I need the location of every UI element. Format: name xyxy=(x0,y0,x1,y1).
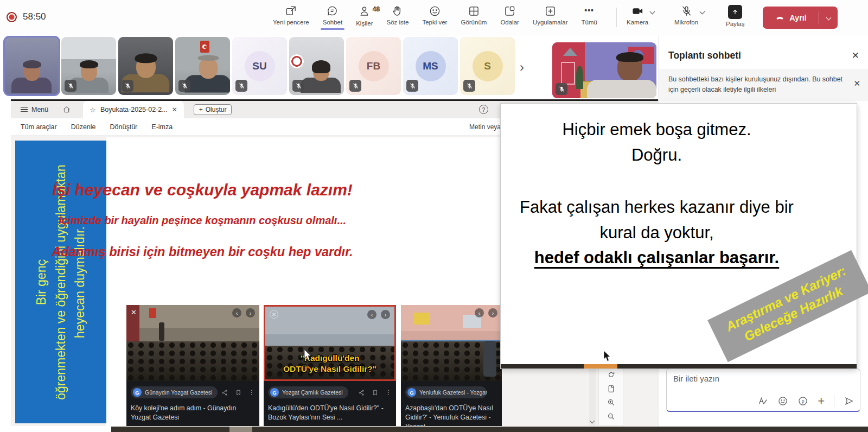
mic-button[interactable]: Mikrofon xyxy=(674,5,698,26)
share-label: Paylaş xyxy=(726,21,745,27)
participant-tile-s[interactable]: S xyxy=(460,37,515,95)
camera-dropdown-icon[interactable] xyxy=(650,9,655,15)
document-tab[interactable]: ☆ Boyukata-2025-02-2... ✕ xyxy=(83,101,183,118)
news-card-2: "Kadıgüllü'den ODTÜ'ye Nasıl Gidilir?" ✕… xyxy=(264,305,396,426)
rotate-refresh-icon[interactable] xyxy=(607,370,616,379)
share-icon[interactable] xyxy=(221,389,228,396)
news-caption[interactable]: Köy koleji'ne adım adım - Günaydın Yozga… xyxy=(131,404,256,422)
create-button[interactable]: + Oluştur xyxy=(194,104,232,115)
rooms-button[interactable]: Odalar xyxy=(500,5,519,27)
page-thumbnail-icon[interactable] xyxy=(607,384,616,393)
more-kebab-icon[interactable]: ⋮ xyxy=(385,389,392,396)
zoom-out-icon[interactable] xyxy=(607,412,616,421)
leave-button[interactable]: Ayrıl xyxy=(763,7,838,29)
mouse-cursor-white xyxy=(304,350,312,361)
people-button[interactable]: 48 Kişiler xyxy=(356,5,373,27)
chat-bubble-icon xyxy=(326,5,339,17)
menu-item-esign[interactable]: E-imza xyxy=(151,123,173,131)
prev-chevron-icon[interactable]: ‹ xyxy=(475,308,484,317)
close-icon[interactable]: ✕ xyxy=(270,310,278,319)
next-chevron-icon[interactable]: › xyxy=(246,308,255,317)
filmstrip-next-chevron[interactable]: › xyxy=(520,60,524,75)
format-icon[interactable] xyxy=(757,396,768,406)
chat-close-icon[interactable]: ✕ xyxy=(852,50,859,61)
share-icon[interactable] xyxy=(358,389,365,396)
close-icon[interactable]: ✕ xyxy=(131,308,137,316)
source-chip[interactable]: GYozgat Çamlık Gazetesi xyxy=(268,386,348,398)
message-input[interactable] xyxy=(673,374,853,383)
next-chevron-icon[interactable]: › xyxy=(381,310,390,319)
card-actions: ⋮ xyxy=(221,389,255,396)
source-chip[interactable]: GGünaydın Yozgat Gazetesi xyxy=(131,386,218,398)
attach-plus-icon[interactable]: + xyxy=(818,396,825,406)
prev-chevron-icon[interactable]: ‹ xyxy=(232,308,241,317)
participant-tile-6[interactable] xyxy=(289,37,344,95)
send-icon[interactable] xyxy=(844,396,854,406)
participant-tile-fb[interactable]: FB xyxy=(346,37,401,95)
news-caption[interactable]: Kadıgüllü'den ODTÜ'ye Nasıl Gidilir?" - … xyxy=(268,404,393,422)
next-chevron-icon[interactable]: › xyxy=(488,308,497,317)
participant-tile-4[interactable] xyxy=(175,37,230,95)
overlay-bottom-bar xyxy=(501,364,857,369)
more-kebab-icon[interactable]: ⋮ xyxy=(248,389,255,396)
video-title-overlay: "Kadıgüllü'den ODTÜ'ye Nasıl Gidilir?" xyxy=(265,353,394,374)
compose-divider xyxy=(834,395,834,407)
menu-item-tools[interactable]: Tüm araçlar xyxy=(21,123,57,131)
chat-label: Sohbet xyxy=(323,19,342,26)
participant-tile-3[interactable] xyxy=(118,37,173,95)
external-users-banner: Bu sohbetteki bazı kişiler kuruluşunuz d… xyxy=(659,69,868,101)
emoji-icon[interactable] xyxy=(777,396,788,406)
camera-button[interactable]: Kamera xyxy=(627,5,648,26)
leave-label: Ayrıl xyxy=(789,14,807,22)
overlay-scroll-thumb[interactable] xyxy=(584,364,617,369)
compose-actions: p + xyxy=(757,395,854,407)
new-window-button[interactable]: Yeni pencere xyxy=(273,5,309,27)
audience-crowd xyxy=(126,341,259,381)
mic-muted-badge-icon xyxy=(292,80,304,92)
raise-hand-button[interactable]: Söz iste xyxy=(386,5,409,27)
create-label: Oluştur xyxy=(206,106,227,113)
scroll-down-chevron-icon[interactable] xyxy=(590,418,595,424)
camera-label: Kamera xyxy=(627,19,648,26)
banner-close-icon[interactable]: ✕ xyxy=(853,78,860,90)
participant-tile-2[interactable] xyxy=(61,37,116,95)
news-photo: ‹› xyxy=(401,305,502,381)
source-logo-icon: G xyxy=(270,388,279,397)
acrobat-menu-button[interactable]: Menü xyxy=(11,106,55,113)
participant-tile-1[interactable] xyxy=(4,37,59,95)
picture-frame xyxy=(561,62,575,85)
react-button[interactable]: Tepki ver xyxy=(422,5,447,27)
share-button[interactable]: Paylaş xyxy=(726,5,745,27)
participant-tile-ms[interactable]: MS xyxy=(403,37,458,95)
participant-tile-su[interactable]: SU xyxy=(232,37,287,95)
participant-tile-large[interactable] xyxy=(552,42,656,98)
tab-close-icon[interactable]: ✕ xyxy=(172,106,177,113)
svg-text:p: p xyxy=(802,398,805,404)
hangup-phone-icon xyxy=(775,12,785,23)
view-button[interactable]: Görünüm xyxy=(461,5,487,27)
acrobat-home-button[interactable] xyxy=(55,105,79,114)
help-icon[interactable]: ? xyxy=(479,105,488,114)
chat-button[interactable]: Sohbet xyxy=(323,5,342,27)
chat-header: Toplantı sohbeti ✕ xyxy=(659,36,868,69)
leave-dropdown-icon[interactable] xyxy=(819,16,838,20)
source-chip[interactable]: GYeniufuk Gazetesi - Yozgat Haberleri xyxy=(405,386,487,398)
menu-item-convert[interactable]: Dönüştür xyxy=(110,123,138,131)
sticker-icon[interactable]: p xyxy=(797,396,808,406)
more-label: Tümü xyxy=(581,19,597,26)
mic-muted-badge-icon xyxy=(349,80,361,92)
message-compose-box[interactable]: p + xyxy=(666,369,860,412)
more-button[interactable]: ••• Tümü xyxy=(581,5,597,27)
mic-dropdown-icon[interactable] xyxy=(700,9,705,15)
menu-item-edit[interactable]: Düzenle xyxy=(71,123,96,131)
star-icon[interactable]: ☆ xyxy=(90,106,96,114)
zoom-in-icon[interactable] xyxy=(607,398,616,407)
bookmark-icon[interactable] xyxy=(372,389,379,396)
recording-timer: 58:50 xyxy=(7,11,46,22)
apps-button[interactable]: Uygulamalar xyxy=(533,5,568,27)
new-window-label: Yeni pencere xyxy=(273,19,309,26)
bookmark-icon[interactable] xyxy=(235,389,242,396)
pdf-scrollbar[interactable] xyxy=(589,368,596,426)
prev-chevron-icon[interactable]: ‹ xyxy=(367,310,376,319)
search-hint-text[interactable]: Metin veya xyxy=(469,123,501,131)
